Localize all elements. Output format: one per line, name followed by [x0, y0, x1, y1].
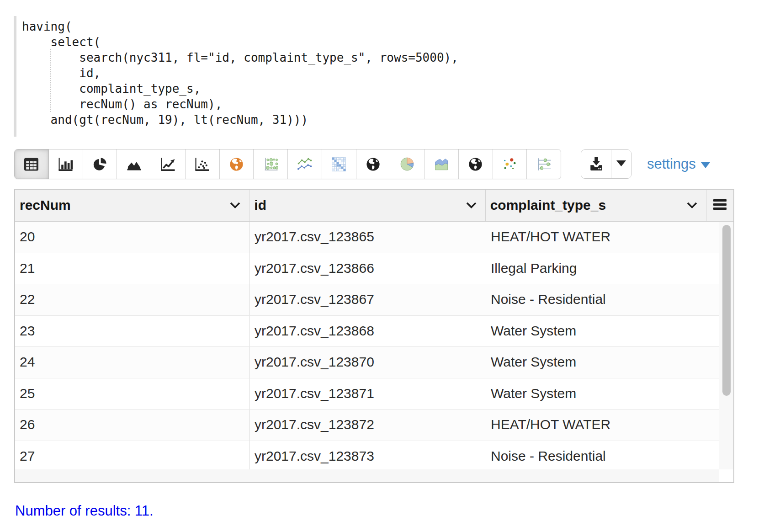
pie-chart-icon [93, 157, 107, 171]
result-toolbar: settings [14, 149, 734, 179]
table-cell: yr2017.csv_123873 [250, 441, 486, 470]
chart-type-button-globe-dark2[interactable] [459, 149, 493, 179]
column-header-label: complaint_type_s [490, 190, 606, 220]
table-row[interactable]: 26yr2017.csv_123872HEAT/HOT WATER [15, 410, 719, 441]
scatter-colored-icon [502, 157, 517, 171]
chart-type-button-scatter-plot[interactable] [186, 149, 220, 179]
code-cell[interactable]: having( select( search(nyc311, fl="id, c… [14, 16, 458, 137]
caret-down-icon [701, 162, 710, 168]
vertical-scrollbar[interactable] [719, 222, 733, 469]
column-menu-button[interactable] [687, 202, 697, 210]
scrollbar-thumb[interactable] [722, 225, 731, 396]
chart-type-button-group [14, 149, 561, 179]
chart-type-button-pie-chart[interactable] [83, 149, 117, 179]
chart-type-button-sliders[interactable] [527, 149, 561, 179]
table-cell: yr2017.csv_123870 [250, 347, 486, 378]
chart-type-button-table[interactable] [15, 149, 49, 179]
table-row[interactable]: 21yr2017.csv_123866Illegal Parking [15, 253, 719, 285]
indent-guide [50, 49, 51, 112]
chart-type-button-globe-orange[interactable] [220, 149, 254, 179]
globe-dark-icon [366, 157, 380, 171]
table-cell: 23 [15, 316, 250, 347]
table-cell: 26 [15, 410, 250, 441]
horizontal-scrollbar-lane [15, 469, 719, 482]
chart-type-button-bubble-grid[interactable] [254, 149, 288, 179]
settings-dropdown[interactable]: settings [647, 149, 710, 179]
table-row[interactable]: 24yr2017.csv_123870Water System [15, 347, 719, 378]
table-cell: Water System [486, 347, 719, 378]
column-header-id[interactable]: id [249, 190, 485, 221]
chart-type-button-area-chart[interactable] [117, 149, 151, 179]
table-cell: yr2017.csv_123866 [250, 253, 486, 284]
table-cell: yr2017.csv_123867 [250, 284, 486, 315]
column-header-complaint_type_s[interactable]: complaint_type_s [486, 190, 706, 221]
chart-type-button-pie-colored[interactable] [390, 149, 424, 179]
line-chart-icon [160, 157, 175, 171]
table-cell: Illegal Parking [486, 253, 719, 284]
page: having( select( search(nyc311, fl="id, c… [0, 0, 764, 532]
grid-menu-button[interactable] [706, 190, 733, 221]
chart-type-button-heatmap-grid[interactable] [322, 149, 356, 179]
results-table: recNum id complaint_type_s 20yr2017.csv_… [14, 189, 734, 483]
table-cell: HEAT/HOT WATER [486, 222, 719, 253]
column-header-label: id [254, 190, 266, 220]
chart-type-button-area-colored[interactable] [424, 149, 459, 179]
chart-type-button-globe-dark[interactable] [356, 149, 391, 179]
scatter-plot-icon [195, 157, 210, 171]
column-menu-button[interactable] [466, 202, 477, 210]
table-cell: Noise - Residential [486, 284, 719, 315]
table-cell: 25 [15, 378, 250, 410]
table-header-row: recNum id complaint_type_s [15, 190, 733, 222]
globe-dark2-icon [468, 157, 483, 171]
download-options-button[interactable] [611, 150, 631, 178]
table-cell: 20 [15, 222, 250, 253]
download-button-group [581, 149, 631, 179]
code-text: having( select( search(nyc311, fl="id, c… [22, 19, 458, 128]
table-cell: 27 [15, 441, 250, 470]
table-cell: yr2017.csv_123865 [250, 222, 486, 253]
bubble-grid-icon [263, 157, 278, 171]
table-cell: yr2017.csv_123868 [250, 316, 486, 347]
column-menu-button[interactable] [230, 202, 240, 210]
chart-type-button-bar-chart[interactable] [49, 149, 83, 179]
table-row[interactable]: 20yr2017.csv_123865HEAT/HOT WATER [15, 222, 719, 253]
table-cell: Water System [486, 378, 719, 410]
table-body[interactable]: 20yr2017.csv_123865HEAT/HOT WATER21yr201… [15, 222, 719, 469]
table-row[interactable]: 23yr2017.csv_123868Water System [15, 316, 719, 347]
globe-orange-icon [229, 157, 244, 171]
table-cell: 21 [15, 253, 250, 284]
heatmap-grid-icon [332, 157, 346, 171]
table-cell: 22 [15, 284, 250, 315]
table-cell: Noise - Residential [486, 441, 719, 470]
table-cell: yr2017.csv_123871 [250, 378, 486, 410]
table-row[interactable]: 25yr2017.csv_123871Water System [15, 378, 719, 410]
area-colored-icon [434, 157, 449, 171]
download-button[interactable] [581, 150, 611, 178]
bar-chart-icon [58, 157, 73, 171]
chart-type-button-scatter-colored[interactable] [493, 149, 527, 179]
table-icon [24, 158, 38, 171]
multi-line-chart-icon [297, 157, 313, 171]
sliders-icon [536, 157, 552, 171]
results-count-text: Number of results: 11. [15, 503, 154, 519]
table-cell: 24 [15, 347, 250, 378]
column-header-label: recNum [20, 190, 71, 220]
hamburger-icon [713, 199, 727, 212]
table-row[interactable]: 27yr2017.csv_123873Noise - Residential [15, 441, 719, 470]
table-cell: yr2017.csv_123872 [250, 410, 486, 441]
settings-label: settings [647, 156, 696, 172]
pie-colored-icon [400, 157, 414, 171]
table-row[interactable]: 22yr2017.csv_123867Noise - Residential [15, 284, 719, 316]
table-cell: HEAT/HOT WATER [486, 410, 719, 441]
column-header-recNum[interactable]: recNum [15, 190, 249, 221]
chart-type-button-multi-line-chart[interactable] [288, 149, 322, 179]
download-icon [589, 156, 603, 172]
chart-type-button-line-chart[interactable] [151, 149, 186, 179]
table-cell: Water System [486, 316, 719, 347]
area-chart-icon [127, 157, 142, 171]
caret-down-icon [616, 160, 626, 168]
